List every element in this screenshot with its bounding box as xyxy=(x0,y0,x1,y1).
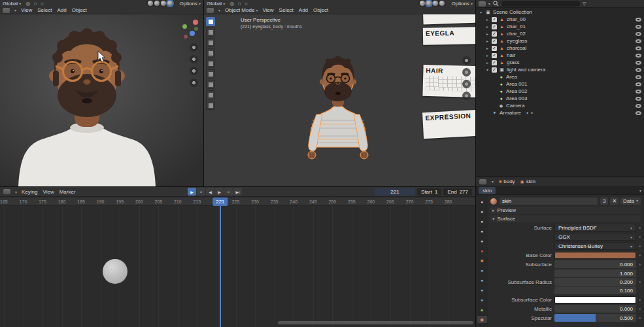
constraints-tab[interactable]: ● xyxy=(477,296,487,303)
camera-view-icon[interactable] xyxy=(462,80,471,88)
next-keyframe-button[interactable]: » xyxy=(224,188,233,196)
proportional-icon[interactable]: ○ xyxy=(245,1,248,7)
link-target-dropdown[interactable]: Data▾ xyxy=(620,198,641,205)
animate-dot[interactable] xyxy=(639,236,641,238)
animate-dot[interactable] xyxy=(639,281,641,283)
hide-in-viewport-icon[interactable] xyxy=(636,39,641,43)
transform-tool[interactable] xyxy=(206,69,215,78)
play-forward-button[interactable]: ▶ xyxy=(215,188,224,196)
animate-dot[interactable] xyxy=(639,254,641,256)
editor-type-icon[interactable] xyxy=(479,179,486,184)
subsurface-color-field-swatch[interactable] xyxy=(554,296,636,303)
visibility-checkbox[interactable]: ✓ xyxy=(492,60,497,65)
timeline-editor[interactable]: ▾ KeyingViewMarker ▶«◀▶»▶| 221 Start1 En… xyxy=(0,187,475,327)
menu-object[interactable]: Object xyxy=(313,7,328,13)
visibility-checkbox[interactable]: ✓ xyxy=(492,39,497,44)
outliner-editor[interactable]: ▾ ▽ ▾ ▣ Scene Collection ▸✓▲char_00▸✓▲ch… xyxy=(476,0,644,177)
unlink-material-button[interactable]: ✕ xyxy=(610,198,619,205)
particles-tab[interactable]: ● xyxy=(477,277,487,284)
menu-add[interactable]: Add xyxy=(299,7,308,13)
menu-select[interactable]: Select xyxy=(37,7,52,13)
editor-type-icon[interactable] xyxy=(479,1,486,7)
world-tab[interactable]: ● xyxy=(477,247,487,254)
menu-view[interactable]: View xyxy=(262,7,273,13)
zoom-icon[interactable] xyxy=(462,68,471,77)
menu-select[interactable]: Select xyxy=(279,7,294,13)
menu-marker[interactable]: Marker xyxy=(59,189,76,195)
expand-icon[interactable]: ▸ xyxy=(485,53,490,58)
snap-magnet-icon[interactable]: ∩ xyxy=(33,1,37,7)
material-name-field[interactable]: skin xyxy=(499,197,598,205)
outliner-row-char_02[interactable]: ▸✓▲char_02 xyxy=(476,30,644,37)
outliner-row-area[interactable]: ●Area xyxy=(476,73,644,80)
start-frame-field[interactable]: Start1 xyxy=(417,188,441,196)
filter-funnel-icon[interactable]: ▽ xyxy=(583,1,586,7)
mode-dropdown[interactable]: Object Mode▾ xyxy=(225,7,258,13)
pivot-icon[interactable]: ◎ xyxy=(25,1,30,7)
ortho-toggle-icon[interactable] xyxy=(462,92,471,100)
search-icon[interactable] xyxy=(493,1,499,7)
base-color-field-swatch[interactable] xyxy=(554,252,636,259)
animate-dot[interactable] xyxy=(639,317,641,319)
prev-keyframe-button[interactable]: ◀ xyxy=(206,188,214,196)
pivot-icon[interactable]: ◎ xyxy=(229,1,234,7)
hide-in-viewport-icon[interactable] xyxy=(636,75,641,79)
playhead[interactable] xyxy=(220,198,221,327)
editor-type-icon[interactable] xyxy=(207,8,214,13)
sss-method-dropdown-control[interactable]: Christensen-Burley▾ xyxy=(554,242,636,250)
slot-specials-icon[interactable]: ▾ xyxy=(639,188,641,193)
outliner-row-light-and-camera[interactable]: ▾✓▣light and camera xyxy=(476,66,644,73)
expand-icon[interactable]: ▸ xyxy=(485,39,490,43)
preview-panel-header[interactable]: ▸ Preview xyxy=(490,207,641,214)
menu-view[interactable]: View xyxy=(42,189,54,195)
outliner-row-charcoal[interactable]: ▸✓▲charcoal xyxy=(476,44,644,52)
animate-dot[interactable] xyxy=(639,245,641,247)
expand-icon[interactable]: ▾ xyxy=(485,67,490,72)
animate-dot[interactable] xyxy=(639,299,641,301)
options-dropdown[interactable]: Options▾ xyxy=(179,1,201,7)
surface-panel-header[interactable]: ▾ Surface xyxy=(490,215,641,222)
viewport-solid[interactable]: Global▾ ◎∩○ Options▾ ▾ Object Mode▾ View… xyxy=(204,0,475,186)
breadcrumb-body[interactable]: ■body xyxy=(499,179,515,184)
expand-icon[interactable]: ▸ xyxy=(485,31,490,36)
shading-wireframe-icon[interactable] xyxy=(148,1,153,6)
outliner-row-area-003[interactable]: ●Area 003 xyxy=(476,95,644,102)
viewport-rendered[interactable]: Global▾ ◎∩○ Options▾ ▾ ViewSelectAddObje… xyxy=(0,0,203,186)
visibility-checkbox[interactable]: ✓ xyxy=(492,46,497,51)
annotate-tool[interactable] xyxy=(206,80,215,89)
scale-tool[interactable] xyxy=(206,59,215,68)
menu-view[interactable]: View xyxy=(21,7,32,13)
shading-wireframe-icon[interactable] xyxy=(420,1,425,6)
ortho-toggle-icon[interactable] xyxy=(190,78,198,87)
outliner-row-hair[interactable]: ▸✓▲hair xyxy=(476,52,644,59)
hide-in-viewport-icon[interactable] xyxy=(636,61,641,65)
subsurface-radius-field-value[interactable]: 0.200 xyxy=(554,278,636,286)
rotate-tool[interactable] xyxy=(206,48,215,58)
outliner-row-grass[interactable]: ▸✓▲grass xyxy=(476,59,644,66)
physics-tab[interactable]: ● xyxy=(477,286,487,294)
hide-in-viewport-icon[interactable] xyxy=(636,104,641,108)
options-dropdown[interactable]: Options▾ xyxy=(451,1,473,7)
shading-solid-icon[interactable] xyxy=(154,1,160,6)
expand-icon[interactable]: ▸ xyxy=(485,46,490,50)
material-users-count[interactable]: 3 xyxy=(600,198,608,205)
data-tab[interactable]: ▲ xyxy=(477,306,487,313)
specular-field-slider[interactable]: 0.500 xyxy=(554,314,636,322)
hide-in-viewport-icon[interactable] xyxy=(636,97,641,101)
material-tab[interactable]: ◉ xyxy=(477,316,487,323)
jump-to-start-button[interactable]: « xyxy=(197,188,205,196)
material-slot-list[interactable]: skin ▾ xyxy=(476,186,644,195)
add-object-tool[interactable] xyxy=(206,101,215,110)
outliner-row-area-002[interactable]: ●Area 002 xyxy=(476,88,644,95)
tool-tab[interactable]: ● xyxy=(477,198,487,205)
shading-solid-icon[interactable] xyxy=(426,1,432,6)
orientation-dropdown[interactable]: Global▾ xyxy=(207,1,225,7)
subsurface-field-slider[interactable]: 0.000 xyxy=(554,260,636,268)
modifiers-tab[interactable]: ● xyxy=(477,267,487,274)
animate-dot[interactable] xyxy=(639,264,641,266)
hide-in-viewport-icon[interactable] xyxy=(636,25,641,29)
hide-in-viewport-icon[interactable] xyxy=(636,54,641,58)
camera-view-icon[interactable] xyxy=(190,67,198,75)
hide-in-viewport-icon[interactable] xyxy=(636,82,641,86)
current-frame-field[interactable]: 221 xyxy=(375,188,415,196)
